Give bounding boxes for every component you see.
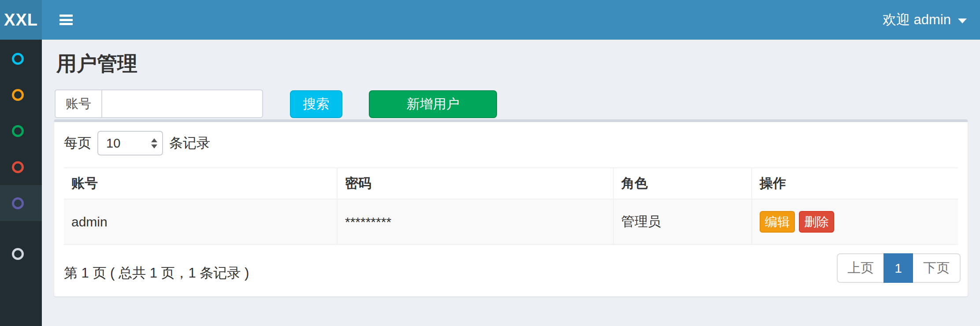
cell-password: ********* [337, 199, 613, 244]
user-dropdown[interactable]: 欢迎 admin [869, 0, 980, 40]
app-window: XXL 欢迎 admin 用户管理 账号 搜索 新增用户 每页 [0, 0, 980, 326]
table-header-row: 账号 密码 角色 操作 [64, 168, 958, 199]
cell-role: 管理员 [613, 199, 752, 244]
circle-icon [12, 161, 24, 173]
account-input[interactable] [101, 89, 263, 118]
sidebar-item-2[interactable] [0, 77, 42, 113]
page-size-row: 每页 10 条记录 [64, 131, 210, 156]
page-size-value: 10 [106, 136, 120, 151]
sidebar [0, 40, 42, 326]
account-label: 账号 [55, 89, 101, 118]
column-header-actions: 操作 [752, 168, 958, 199]
circle-icon [12, 248, 24, 260]
pagination-prev-button[interactable]: 上页 [837, 253, 883, 283]
circle-icon [12, 197, 24, 209]
column-header-role: 角色 [613, 168, 752, 199]
column-header-account: 账号 [64, 168, 337, 199]
hamburger-icon [59, 15, 73, 25]
circle-icon [12, 89, 24, 101]
caret-down-icon [958, 19, 967, 23]
pagination-summary: 第 1 页 ( 总共 1 页，1 条记录 ) [64, 264, 249, 282]
column-header-password: 密码 [337, 168, 613, 199]
page-size-prefix-label: 每页 [64, 134, 91, 152]
pagination-page-1-button[interactable]: 1 [883, 253, 913, 283]
circle-icon [12, 53, 24, 65]
user-table-panel: 每页 10 条记录 账号 密码 角色 操作 [54, 119, 968, 296]
sidebar-item-5[interactable] [0, 185, 42, 221]
sidebar-item-1[interactable] [0, 41, 42, 77]
pagination-next-button[interactable]: 下页 [913, 253, 961, 283]
sidebar-toggle-button[interactable] [52, 0, 80, 40]
page-size-suffix-label: 条记录 [169, 134, 210, 152]
content-area: 用户管理 账号 搜索 新增用户 每页 10 条记录 [42, 40, 980, 326]
table-row: admin ********* 管理员 编辑 删除 [64, 199, 958, 244]
user-table: 账号 密码 角色 操作 admin ********* 管理员 编辑 [64, 167, 958, 245]
cell-actions: 编辑 删除 [752, 199, 958, 244]
account-input-group: 账号 [55, 89, 263, 118]
app-logo[interactable]: XXL [0, 0, 42, 40]
edit-button[interactable]: 编辑 [760, 211, 795, 233]
search-button[interactable]: 搜索 [290, 90, 342, 118]
top-navbar: XXL 欢迎 admin [0, 0, 980, 40]
cell-account: admin [64, 199, 337, 244]
add-user-button[interactable]: 新增用户 [369, 90, 497, 118]
pagination: 上页 1 下页 [837, 253, 961, 283]
delete-button[interactable]: 删除 [799, 211, 834, 233]
page-title: 用户管理 [56, 50, 137, 78]
sidebar-item-6[interactable] [0, 236, 42, 272]
select-spinner-icon [151, 132, 157, 155]
welcome-text: 欢迎 admin [883, 11, 951, 29]
page-size-select[interactable]: 10 [97, 131, 163, 156]
sidebar-item-3[interactable] [0, 113, 42, 149]
circle-icon [12, 125, 24, 137]
sidebar-item-4[interactable] [0, 149, 42, 185]
